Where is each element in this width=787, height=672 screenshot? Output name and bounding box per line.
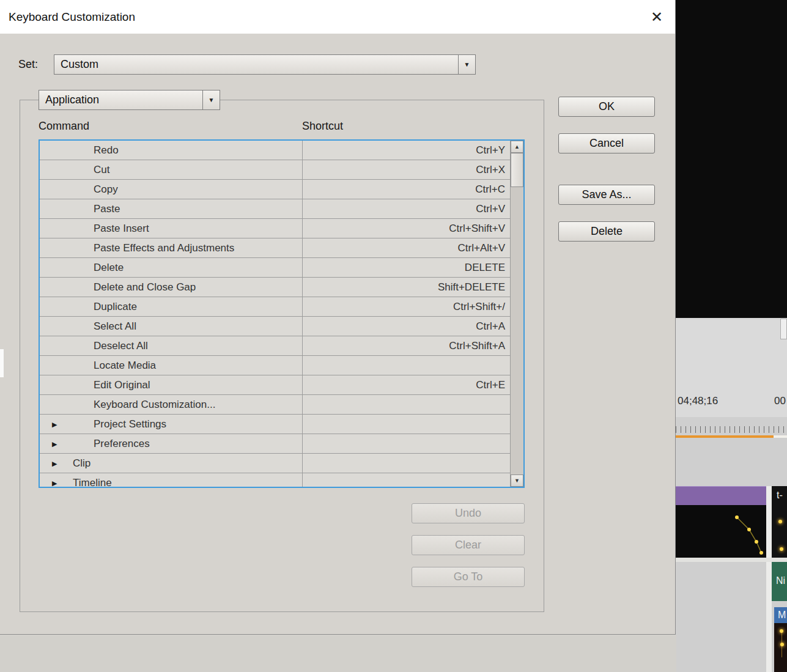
table-row[interactable]: PasteCtrl+V [40, 199, 510, 219]
command-cell: Keyboard Customization... [40, 395, 215, 415]
close-icon[interactable]: ✕ [651, 0, 663, 34]
table-row[interactable]: Paste InsertCtrl+Shift+V [40, 219, 510, 238]
shortcut-cell: Ctrl+E [302, 375, 510, 395]
shortcut-column-header: Shortcut [302, 120, 343, 133]
scroll-up-icon[interactable]: ▲ [511, 141, 523, 153]
command-cell: Project Settings [40, 415, 166, 434]
keyframe-path [732, 514, 769, 558]
chevron-down-icon[interactable]: ▼ [202, 90, 220, 109]
undo-button[interactable]: Undo [412, 503, 525, 523]
dialog-titlebar[interactable]: Keyboard Customization ✕ [0, 0, 675, 34]
track-separator [676, 558, 787, 562]
shortcut-cell: Ctrl+Shift+A [302, 336, 510, 356]
table-row[interactable]: CopyCtrl+C [40, 180, 510, 199]
background-sliver [0, 349, 4, 377]
work-area-bar-end [774, 435, 787, 438]
command-cell: Paste [40, 199, 120, 219]
keyframe-icon[interactable] [780, 629, 783, 633]
go-to-button[interactable]: Go To [412, 567, 525, 587]
table-row[interactable]: Paste Effects and AdjustmentsCtrl+Alt+V [40, 238, 510, 258]
shortcut-cell: Ctrl+C [302, 180, 510, 199]
table-row[interactable]: Delete and Close GapShift+DELETE [40, 278, 510, 297]
table-row[interactable]: ▶Project Settings [40, 415, 510, 434]
table-row[interactable]: RedoCtrl+Y [40, 141, 510, 160]
table-row[interactable]: Select AllCtrl+A [40, 317, 510, 336]
table-row[interactable]: DuplicateCtrl+Shift+/ [40, 297, 510, 317]
command-cell: Cut [40, 160, 109, 180]
shortcut-cell: Shift+DELETE [302, 278, 510, 297]
shortcut-cell: Ctrl+A [302, 317, 510, 336]
audio-keyframe-area[interactable] [676, 505, 766, 558]
command-column-header: Command [39, 120, 89, 133]
save-as-button[interactable]: Save As... [558, 185, 655, 205]
command-cell: Redo [40, 141, 119, 160]
command-cell: Select All [40, 317, 136, 336]
table-row[interactable]: CutCtrl+X [40, 160, 510, 180]
shortcut-cell: Ctrl+X [302, 160, 510, 180]
command-cell: Copy [40, 180, 118, 199]
panel-scrollbar[interactable] [780, 319, 787, 339]
table-row[interactable]: Keyboard Customization... [40, 395, 510, 415]
shortcut-cell [302, 395, 510, 415]
timecode-display: 04;48;16 [678, 395, 718, 407]
shortcut-cell: DELETE [302, 258, 510, 278]
delete-button[interactable]: Delete [558, 221, 655, 242]
shortcut-cell [302, 356, 510, 375]
shortcut-cell: Ctrl+V [302, 199, 510, 219]
keyframe-icon[interactable] [780, 643, 784, 646]
scrollbar-thumb[interactable] [511, 153, 523, 187]
dialog-title: Keyboard Customization [9, 0, 135, 34]
command-cell: Paste Insert [40, 219, 149, 238]
shortcut-cell: Ctrl+Y [302, 141, 510, 160]
command-cell: Deselect All [40, 336, 148, 356]
table-row[interactable]: ▶Clip [40, 454, 510, 473]
scroll-down-icon[interactable]: ▼ [511, 474, 523, 487]
set-dropdown[interactable]: Custom ▼ [54, 54, 476, 75]
command-cell: Duplicate [40, 297, 137, 317]
clip-music[interactable]: M [774, 607, 787, 623]
table-row[interactable]: Edit OriginalCtrl+E [40, 375, 510, 395]
screen: 04;48;16 00 t- Ni M Keyboard Customizat [0, 0, 787, 672]
monitor-panel [676, 0, 787, 318]
category-dropdown-value: Application [45, 90, 99, 109]
work-area-bar [676, 435, 774, 438]
video-clip-purple[interactable] [676, 486, 766, 505]
keyboard-customization-dialog: Keyboard Customization ✕ Set: Custom ▼ A… [0, 0, 676, 635]
shortcut-cell [302, 454, 510, 473]
track-gap [766, 486, 772, 672]
shortcut-rows: RedoCtrl+YCutCtrl+XCopyCtrl+CPasteCtrl+V… [40, 141, 510, 487]
table-row[interactable]: DeleteDELETE [40, 258, 510, 278]
shortcut-cell [302, 473, 510, 487]
shortcut-cell: Ctrl+Alt+V [302, 238, 510, 258]
set-dropdown-value: Custom [61, 55, 98, 74]
clip-music-label: M [778, 610, 786, 621]
command-cell: Delete and Close Gap [40, 278, 196, 297]
clip-narration-label: Ni [776, 575, 785, 586]
table-row[interactable]: ▶Timeline [40, 473, 510, 487]
ok-button[interactable]: OK [558, 97, 655, 117]
clip-t[interactable]: t- [772, 486, 787, 558]
app-background-bottom [0, 635, 676, 672]
timeline-ruler[interactable] [676, 426, 787, 433]
command-cell: Timeline [40, 473, 112, 487]
shortcut-cell [302, 415, 510, 434]
command-cell: Locate Media [40, 356, 156, 375]
command-cell: Delete [40, 258, 124, 278]
keyframe-icon[interactable] [778, 520, 782, 523]
category-dropdown[interactable]: Application ▼ [39, 90, 220, 110]
timecode-display-right: 00 [774, 395, 786, 407]
table-row[interactable]: Deselect AllCtrl+Shift+A [40, 336, 510, 356]
table-scrollbar[interactable]: ▲ ▼ [510, 141, 523, 487]
clip-narration[interactable]: Ni [772, 562, 787, 601]
music-keyframe-area[interactable] [774, 623, 787, 672]
clear-button[interactable]: Clear [412, 535, 525, 555]
table-row[interactable]: ▶Preferences [40, 434, 510, 454]
shortcut-cell: Ctrl+Shift+/ [302, 297, 510, 317]
cancel-button[interactable]: Cancel [558, 133, 655, 153]
shortcut-cell: Ctrl+Shift+V [302, 219, 510, 238]
keyframe-icon[interactable] [780, 547, 783, 551]
shortcut-cell [302, 434, 510, 454]
command-cell: Preferences [40, 434, 150, 454]
table-row[interactable]: Locate Media [40, 356, 510, 375]
chevron-down-icon[interactable]: ▼ [458, 55, 475, 74]
